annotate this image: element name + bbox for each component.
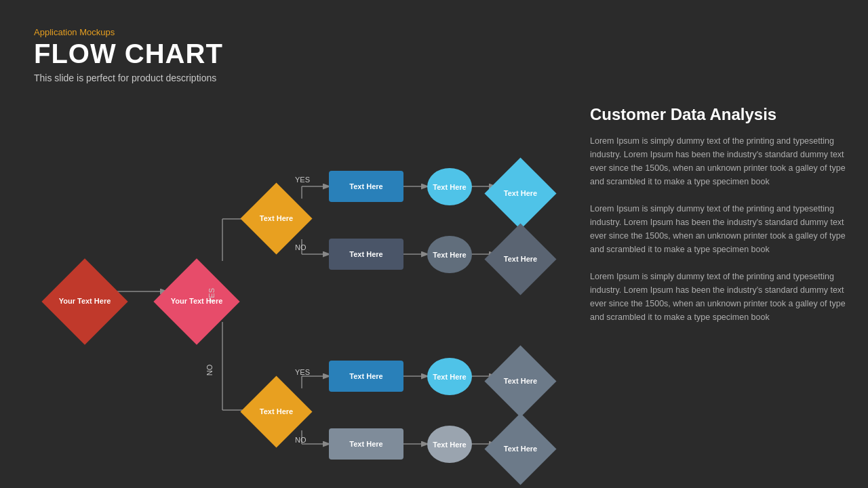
diamond-d1-label: Your Text Here xyxy=(59,297,111,306)
diamond-end-mid: Text Here xyxy=(495,234,546,285)
right-panel-para-2: Lorem Ipsum is simply dummy text of the … xyxy=(590,202,848,256)
diamond-d3-bot: Text Here xyxy=(251,386,302,437)
right-panel-para-3: Lorem Ipsum is simply dummy text of the … xyxy=(590,270,848,324)
header: Application Mockups FLOW CHART This slid… xyxy=(34,27,223,83)
diamond-d3-top-label: Text Here xyxy=(260,214,293,223)
diamond-end-bot-bot-label: Text Here xyxy=(504,445,537,453)
rect-r1-mid-label: Text Here xyxy=(349,250,382,258)
rect-r1-top-label: Text Here xyxy=(349,182,382,190)
diamond-end-bot-top: Text Here xyxy=(495,356,546,407)
rect-r1-bot-bot: Text Here xyxy=(329,428,403,460)
circle-c1-mid: Text Here xyxy=(427,236,472,273)
diamond-d2: Your Text Here xyxy=(166,271,227,332)
right-panel-para-1: Lorem Ipsum is simply dummy text of the … xyxy=(590,134,848,188)
circle-c1-top-label: Text Here xyxy=(433,183,466,191)
rect-r1-bot-top: Text Here xyxy=(329,361,403,392)
diamond-d3-top: Text Here xyxy=(251,193,302,244)
rect-r1-bot-top-label: Text Here xyxy=(349,372,382,380)
label-no-top: NO xyxy=(295,243,307,251)
rect-r1-bot-bot-label: Text Here xyxy=(349,440,382,448)
circle-c1-bot-top: Text Here xyxy=(427,358,472,395)
diamond-end-top-label: Text Here xyxy=(504,189,537,198)
label-no-left: NO xyxy=(205,365,214,376)
diamond-d1: Your Text Here xyxy=(54,271,115,332)
label-yes-bot: YES xyxy=(295,368,310,376)
diamond-end-bot-bot: Text Here xyxy=(495,424,546,474)
rect-r1-mid: Text Here xyxy=(329,239,403,270)
diamond-d2-label: Your Text Here xyxy=(171,297,223,306)
header-description: This slide is perfect for product descri… xyxy=(34,73,223,83)
circle-c1-mid-label: Text Here xyxy=(433,251,466,259)
diamond-end-top: Text Here xyxy=(495,168,546,219)
circle-c1-bot-bot-label: Text Here xyxy=(433,441,466,449)
diamond-d3-bot-label: Text Here xyxy=(260,407,293,416)
rect-r1-top: Text Here xyxy=(329,171,403,202)
label-yes-top: YES xyxy=(295,176,310,184)
diamond-end-bot-top-label: Text Here xyxy=(504,377,537,386)
right-panel: Customer Data Analysis Lorem Ipsum is si… xyxy=(590,105,848,338)
page: Application Mockups FLOW CHART This slid… xyxy=(0,0,868,488)
circle-c1-bot-bot: Text Here xyxy=(427,426,472,463)
header-title: FLOW CHART xyxy=(34,40,223,67)
circle-c1-bot-top-label: Text Here xyxy=(433,373,466,381)
flowchart: Your Text Here Your Text Here Text Here … xyxy=(20,105,576,485)
right-panel-title: Customer Data Analysis xyxy=(590,105,848,124)
circle-c1-top: Text Here xyxy=(427,168,472,205)
diamond-end-mid-label: Text Here xyxy=(504,255,537,264)
header-subtitle: Application Mockups xyxy=(34,27,223,37)
label-no-bot: NO xyxy=(295,436,307,444)
